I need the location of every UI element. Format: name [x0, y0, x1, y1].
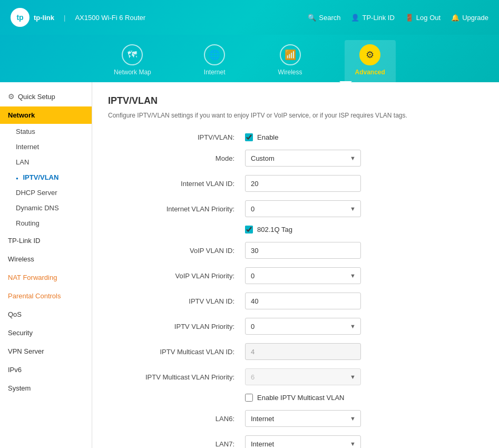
field-iptv-vlan-priority: IPTV VLAN Priority: 012 ▼ — [108, 318, 483, 335]
sidebar-sub-item-status[interactable]: Status — [0, 124, 92, 139]
sidebar-item-ipv6[interactable]: IPv6 — [0, 361, 92, 378]
label-internet-vlan-id: Internet VLAN ID: — [108, 180, 245, 188]
main-layout: ⚙ Quick Setup Network Status Internet LA… — [0, 82, 499, 448]
label-lan6: LAN6: — [108, 415, 245, 423]
control-lan7: InternetIPTVVoIPNone ▼ — [245, 435, 483, 448]
wireless-icon: 📶 — [280, 44, 301, 65]
field-voip-vlan-id: VoIP VLAN ID: — [108, 242, 483, 259]
select-wrap-voip-priority: 012 ▼ — [245, 267, 361, 284]
label-mode: Mode: — [108, 154, 245, 162]
sidebar-group-ipv6: IPv6 — [0, 361, 92, 378]
tab-advanced[interactable]: ⚙ Advanced — [345, 40, 396, 82]
sidebar-item-qos[interactable]: QoS — [0, 306, 92, 323]
label-iptv-enable: IPTV/VLAN: — [108, 133, 245, 141]
label-lan7: LAN7: — [108, 440, 245, 448]
tab-wireless[interactable]: 📶 Wireless — [268, 40, 313, 82]
field-iptv-multicast-vlan-id: IPTV Multicast VLAN ID: — [108, 343, 483, 360]
sidebar-item-network[interactable]: Network — [0, 106, 92, 124]
field-iptv-enable: IPTV/VLAN: Enable — [108, 133, 483, 141]
control-iptv-vlan-id — [245, 293, 483, 309]
tab-network-map[interactable]: 🗺 Network Map — [103, 40, 162, 82]
header-right: 🔍 Search 👤 TP-Link ID 🚪 Log Out 🔔 Upgrad… — [308, 14, 488, 22]
input-internet-vlan-id[interactable] — [245, 175, 361, 192]
sidebar-sub-item-dhcp[interactable]: DHCP Server — [0, 185, 92, 200]
logo-text: tp-link — [34, 14, 54, 22]
field-voip-vlan-priority: VoIP VLAN Priority: 012 ▼ — [108, 267, 483, 284]
label-iptv-vlan-id: IPTV VLAN ID: — [108, 297, 245, 305]
advanced-icon: ⚙ — [359, 44, 380, 65]
select-internet-vlan-priority[interactable]: 0123 — [245, 200, 361, 217]
sidebar: ⚙ Quick Setup Network Status Internet LA… — [0, 82, 92, 448]
sidebar-group-qos: QoS — [0, 306, 92, 323]
logout-button[interactable]: 🚪 Log Out — [405, 14, 441, 22]
sidebar-sub-item-routing[interactable]: Routing — [0, 216, 92, 231]
select-iptv-vlan-priority[interactable]: 012 — [245, 318, 361, 335]
logo: tp tp-link — [11, 8, 54, 27]
select-lan7[interactable]: InternetIPTVVoIPNone — [245, 435, 361, 448]
field-internet-vlan-priority: Internet VLAN Priority: 0123 ▼ — [108, 200, 483, 217]
select-mode[interactable]: Custom Bridge VLAN — [245, 150, 361, 167]
logo-icon: tp — [11, 8, 30, 27]
checkbox-wrap-enable: Enable — [245, 133, 483, 141]
sidebar-sub-item-iptv[interactable]: IPTV/VLAN — [0, 170, 92, 185]
control-enable-multicast: Enable IPTV Multicast VLAN — [245, 394, 483, 402]
sidebar-group-quicksetup: ⚙ Quick Setup — [0, 87, 92, 105]
router-name: AX1500 Wi-Fi 6 Router — [75, 14, 145, 22]
control-iptv-multicast-vlan-id — [245, 343, 483, 360]
checkbox-wrap-802q: 802.1Q Tag — [245, 226, 483, 233]
label-802q-text: 802.1Q Tag — [257, 226, 292, 233]
control-internet-vlan-priority: 0123 ▼ — [245, 200, 483, 217]
checkbox-iptv-enable[interactable] — [245, 133, 253, 141]
checkbox-wrap-multicast: Enable IPTV Multicast VLAN — [245, 394, 483, 402]
select-wrap-lan6: InternetIPTVVoIPNone ▼ — [245, 410, 361, 427]
sidebar-group-nat: NAT Forwarding — [0, 269, 92, 286]
search-button[interactable]: 🔍 Search — [308, 14, 340, 22]
sidebar-item-parental[interactable]: Parental Controls — [0, 287, 92, 305]
gear-icon: ⚙ — [8, 92, 15, 101]
nav-arrow — [339, 81, 352, 87]
sidebar-group-network: Network Status Internet LAN IPTV/VLAN DH… — [0, 106, 92, 231]
field-mode: Mode: Custom Bridge VLAN ▼ — [108, 150, 483, 167]
sidebar-item-vpn[interactable]: VPN Server — [0, 343, 92, 360]
sidebar-item-wireless[interactable]: Wireless — [0, 250, 92, 268]
sidebar-item-quicksetup[interactable]: ⚙ Quick Setup — [0, 87, 92, 105]
select-wrap-multicast-priority: 6 ▼ — [245, 368, 361, 385]
input-iptv-vlan-id[interactable] — [245, 293, 361, 309]
control-iptv-enable: Enable — [245, 133, 483, 141]
sidebar-sub-item-internet[interactable]: Internet — [0, 139, 92, 154]
sidebar-sub-item-ddns[interactable]: Dynamic DNS — [0, 200, 92, 216]
chevron-down-icon-5: ▼ — [350, 374, 356, 380]
label-voip-vlan-id: VoIP VLAN ID: — [108, 247, 245, 255]
tab-internet[interactable]: 🌐 Internet — [193, 40, 236, 82]
user-icon: 👤 — [351, 14, 359, 22]
sidebar-item-system[interactable]: System — [0, 379, 92, 397]
header: tp tp-link | AX1500 Wi-Fi 6 Router 🔍 Sea… — [0, 0, 499, 35]
control-lan6: InternetIPTVVoIPNone ▼ — [245, 410, 483, 427]
checkbox-802q[interactable] — [245, 226, 253, 233]
control-mode: Custom Bridge VLAN ▼ — [245, 150, 483, 167]
select-iptv-multicast-priority: 6 — [245, 368, 361, 385]
page-title: IPTV/VLAN — [108, 95, 483, 106]
upgrade-button[interactable]: 🔔 Upgrade — [451, 14, 488, 22]
select-lan6[interactable]: InternetIPTVVoIPNone — [245, 410, 361, 427]
control-internet-vlan-id — [245, 175, 483, 192]
sidebar-item-tplinkid[interactable]: TP-Link ID — [0, 232, 92, 249]
sidebar-group-vpn: VPN Server — [0, 343, 92, 360]
sidebar-sub-item-lan[interactable]: LAN — [0, 154, 92, 170]
field-802q: 802.1Q Tag — [108, 226, 483, 233]
label-iptv-multicast-priority: IPTV Multicast VLAN Priority: — [108, 373, 245, 381]
field-iptv-multicast-priority: IPTV Multicast VLAN Priority: 6 ▼ — [108, 368, 483, 385]
select-wrap-mode: Custom Bridge VLAN ▼ — [245, 150, 361, 167]
input-voip-vlan-id[interactable] — [245, 242, 361, 259]
label-iptv-vlan-priority: IPTV VLAN Priority: — [108, 323, 245, 330]
logout-icon: 🚪 — [405, 14, 414, 22]
tplink-id-button[interactable]: 👤 TP-Link ID — [351, 14, 394, 22]
label-voip-vlan-priority: VoIP VLAN Priority: — [108, 272, 245, 280]
select-voip-vlan-priority[interactable]: 012 — [245, 267, 361, 284]
sidebar-item-security[interactable]: Security — [0, 324, 92, 342]
sidebar-item-nat[interactable]: NAT Forwarding — [0, 269, 92, 286]
network-map-icon: 🗺 — [122, 44, 143, 65]
header-left: tp tp-link | AX1500 Wi-Fi 6 Router — [11, 8, 145, 27]
select-wrap-lan7: InternetIPTVVoIPNone ▼ — [245, 435, 361, 448]
checkbox-enable-multicast[interactable] — [245, 394, 253, 402]
